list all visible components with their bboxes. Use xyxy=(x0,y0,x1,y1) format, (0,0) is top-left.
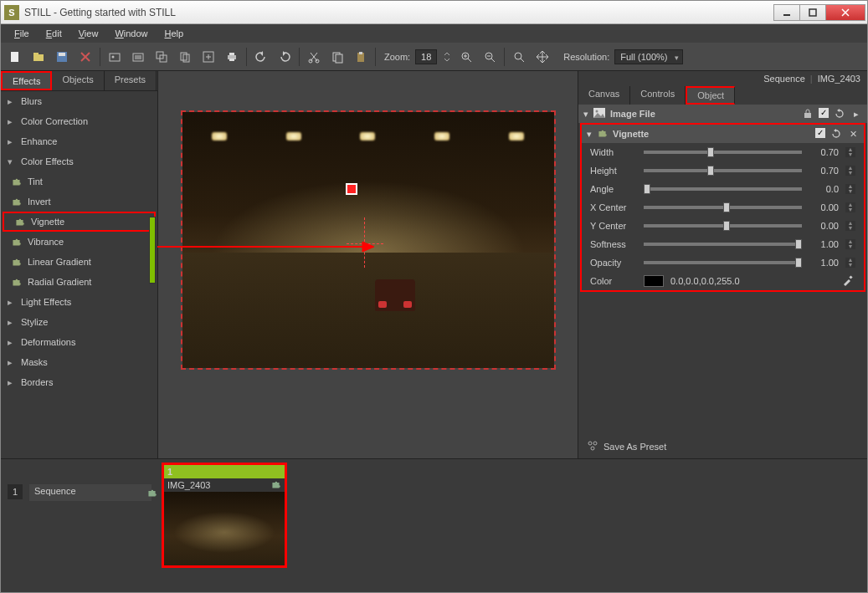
softness-spinner[interactable]: ▲▼ xyxy=(845,239,855,249)
effects-group-borders[interactable]: Borders xyxy=(1,372,157,392)
angle-spinner[interactable]: ▲▼ xyxy=(845,184,855,194)
zoom-fit-button[interactable] xyxy=(510,48,528,66)
lock-icon[interactable] xyxy=(802,108,814,120)
effect-item-vibrance[interactable]: Vibrance xyxy=(1,232,157,252)
ycenter-slider[interactable] xyxy=(644,224,802,227)
effects-group-color-effects[interactable]: Color Effects xyxy=(1,151,157,171)
undo-button[interactable] xyxy=(252,48,270,66)
menu-window[interactable]: Window xyxy=(106,27,156,40)
copy-button[interactable] xyxy=(176,48,194,66)
color-value[interactable]: 0.0,0.0,0.0,255.0 xyxy=(670,276,835,286)
angle-slider[interactable] xyxy=(644,187,802,191)
tab-effects[interactable]: Effects xyxy=(1,71,52,90)
effects-group-enhance[interactable]: Enhance xyxy=(1,131,157,151)
zoom-in-button[interactable] xyxy=(457,48,475,66)
softness-value[interactable]: 1.00 xyxy=(809,239,839,249)
reset-icon[interactable] xyxy=(830,128,842,140)
canvas-viewport[interactable] xyxy=(158,71,578,458)
effect-item-vignette[interactable]: Vignette xyxy=(3,212,156,232)
pan-button[interactable] xyxy=(533,48,552,66)
effects-group-masks[interactable]: Masks xyxy=(1,352,157,372)
tab-presets[interactable]: Presets xyxy=(105,71,157,90)
reset-icon[interactable] xyxy=(834,108,845,120)
effect-item-radial-gradient[interactable]: Radial Gradient xyxy=(1,272,157,292)
xcenter-spinner[interactable]: ▲▼ xyxy=(845,202,855,212)
paste-button[interactable] xyxy=(352,48,370,66)
height-slider[interactable] xyxy=(644,169,802,172)
vignette-header[interactable]: ▾ Vignette ✓ ✕ xyxy=(582,125,864,143)
width-slider[interactable] xyxy=(644,151,802,154)
import-button[interactable] xyxy=(105,48,124,66)
sequence-name[interactable]: Sequence xyxy=(29,484,152,501)
color-swatch[interactable] xyxy=(644,275,664,287)
cut-button[interactable] xyxy=(305,48,323,66)
menu-help[interactable]: Help xyxy=(157,27,193,40)
zoom-spinner[interactable] xyxy=(442,48,452,66)
menu-file[interactable]: File xyxy=(6,27,38,40)
image-file-header[interactable]: ▾ Image File ✓ ▸ xyxy=(578,105,867,123)
opacity-spinner[interactable]: ▲▼ xyxy=(845,258,855,268)
prop-height: Height 0.70 ▲▼ xyxy=(582,161,864,180)
effects-group-blurs[interactable]: Blurs xyxy=(1,91,157,111)
tab-objects[interactable]: Objects xyxy=(52,71,104,90)
tab-object[interactable]: Object xyxy=(686,86,735,105)
tab-canvas[interactable]: Canvas xyxy=(578,86,630,105)
opacity-value[interactable]: 1.00 xyxy=(809,258,839,268)
disclosure-icon xyxy=(6,357,14,368)
svg-rect-6 xyxy=(59,53,65,56)
effects-group-color-correction[interactable]: Color Correction xyxy=(1,111,157,131)
resolution-dropdown[interactable]: Full (100%) xyxy=(614,49,683,64)
svg-rect-17 xyxy=(229,53,234,55)
effects-group-stylize[interactable]: Stylize xyxy=(1,312,157,332)
opacity-slider[interactable] xyxy=(644,261,802,264)
minimize-button[interactable] xyxy=(773,4,800,21)
zoom-out-button[interactable] xyxy=(480,48,499,66)
enable-checkbox[interactable]: ✓ xyxy=(815,128,825,138)
ycenter-value[interactable]: 0.00 xyxy=(809,221,839,231)
print-button[interactable] xyxy=(223,48,241,66)
menu-edit[interactable]: Edit xyxy=(38,27,70,40)
puzzle-icon xyxy=(9,175,23,188)
copy-clip-button[interactable] xyxy=(328,48,347,66)
new-button[interactable] xyxy=(6,48,24,66)
xcenter-value[interactable]: 0.00 xyxy=(809,202,839,212)
close-button[interactable] xyxy=(825,4,865,21)
ycenter-spinner[interactable]: ▲▼ xyxy=(845,221,855,231)
xcenter-slider[interactable] xyxy=(644,206,802,209)
save-button[interactable] xyxy=(53,48,71,66)
tab-controls[interactable]: Controls xyxy=(630,86,686,105)
clip-number: 1 xyxy=(167,467,172,477)
vignette-label: Vignette xyxy=(613,129,649,139)
redo-button[interactable] xyxy=(275,48,294,66)
delete-button[interactable] xyxy=(76,48,95,66)
export-button[interactable] xyxy=(199,48,218,66)
import-folder-button[interactable] xyxy=(129,48,147,66)
zoom-value[interactable]: 18 xyxy=(415,49,437,64)
effects-group-deformations[interactable]: Deformations xyxy=(1,332,157,352)
effects-group-light-effects[interactable]: Light Effects xyxy=(1,292,157,312)
prop-width: Width 0.70 ▲▼ xyxy=(582,143,864,161)
width-spinner[interactable]: ▲▼ xyxy=(845,147,855,157)
angle-value[interactable]: 0.0 xyxy=(809,184,839,194)
timeline-clip[interactable]: 1 IMG_2403 xyxy=(162,463,287,568)
remove-icon[interactable]: ✕ xyxy=(847,128,859,140)
prop-opacity: Opacity 1.00 ▲▼ xyxy=(582,253,864,272)
eyedropper-icon[interactable] xyxy=(842,274,855,288)
right-tabs: Canvas Controls Object xyxy=(578,86,867,105)
softness-slider[interactable] xyxy=(644,243,802,246)
enable-checkbox[interactable]: ✓ xyxy=(819,108,829,118)
effect-item-tint[interactable]: Tint xyxy=(1,171,157,192)
save-as-preset-button[interactable]: Save As Preset xyxy=(578,435,867,458)
maximize-button[interactable] xyxy=(799,4,826,21)
menu-view[interactable]: View xyxy=(70,27,107,40)
vignette-center-handle[interactable] xyxy=(346,183,357,195)
right-panel: Sequence | IMG_2403 Canvas Controls Obje… xyxy=(578,71,867,458)
height-spinner[interactable]: ▲▼ xyxy=(845,166,855,176)
height-value[interactable]: 0.70 xyxy=(809,166,839,176)
effect-item-invert[interactable]: Invert xyxy=(1,192,157,212)
open-button[interactable] xyxy=(29,48,48,66)
batch-button[interactable] xyxy=(152,48,171,66)
close-panel-icon[interactable]: ▸ xyxy=(850,108,862,120)
width-value[interactable]: 0.70 xyxy=(809,147,839,157)
effect-item-linear-gradient[interactable]: Linear Gradient xyxy=(1,252,157,272)
